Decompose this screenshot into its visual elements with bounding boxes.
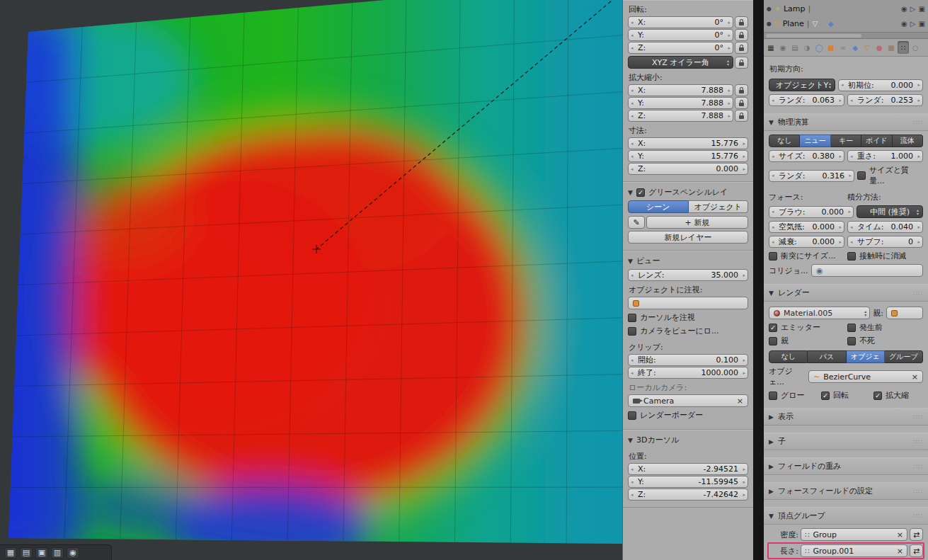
display-section-header[interactable]: ▶ 表示 ∷∷ xyxy=(764,408,928,425)
grease-pencil-header[interactable]: ▼ ✓ グリースペンシルレイ xyxy=(628,183,748,200)
render-tab-object[interactable]: オブジェ xyxy=(847,350,885,363)
eye-icon[interactable]: ◉ xyxy=(901,20,907,28)
physics-tab-boids[interactable]: ボイド xyxy=(861,135,892,147)
render-border-checkbox[interactable] xyxy=(628,411,636,420)
physics-tab-icon[interactable]: ○ xyxy=(910,41,921,54)
integrator-menu[interactable]: 中間 (推奨) ▴▾ xyxy=(857,205,923,218)
invert-icon[interactable]: ⇄ xyxy=(910,528,923,541)
material-tab-icon[interactable]: ● xyxy=(873,41,885,54)
cursor-z-field[interactable]: ◂ Z: -7.42642 ▸ xyxy=(628,488,748,501)
physics-tab-none[interactable]: なし xyxy=(769,135,800,147)
area-divider[interactable] xyxy=(753,0,764,560)
lock-icon[interactable] xyxy=(735,16,748,28)
parent-field[interactable] xyxy=(886,307,923,319)
dupli-object-field[interactable]: ~ BezierCurve × xyxy=(808,370,923,383)
clear-icon[interactable]: × xyxy=(897,530,903,539)
subframes-field[interactable]: ◂ サブフ: 0 ▸ xyxy=(847,236,923,248)
multiply-mass-checkbox[interactable] xyxy=(857,171,866,180)
scale-x-field[interactable]: ◂ X: 7.888 ▸ xyxy=(628,84,733,96)
random-size-field[interactable]: ◂ ランダ: 0.316 ▸ xyxy=(769,170,854,182)
rotation-x-field[interactable]: ◂ X: 0° ▸ xyxy=(628,16,733,28)
editor-type-icon[interactable]: ▦ xyxy=(4,547,17,559)
brownian-field[interactable]: ◂ ブラウ: 0.000 ▸ xyxy=(769,206,854,218)
size-deflect-checkbox[interactable] xyxy=(769,252,777,261)
dimensions-x-field[interactable]: ◂ X: 15.776 ▸ xyxy=(628,137,748,149)
lock-object-field[interactable] xyxy=(628,297,748,309)
pencil-icon[interactable]: ✎ xyxy=(628,216,645,229)
clear-icon[interactable]: × xyxy=(912,372,918,382)
scene-tab-icon[interactable]: ◑ xyxy=(801,41,813,54)
lock-icon[interactable] xyxy=(735,57,748,69)
lock-icon[interactable] xyxy=(735,42,748,54)
render-tab-path[interactable]: パス xyxy=(808,350,846,363)
3d-viewport[interactable]: ▦ ▤ ▣ ▥ ◉ xyxy=(0,0,622,560)
rotation-z-field[interactable]: ◂ Z: 0° ▸ xyxy=(628,42,733,54)
physics-tab-fluid[interactable]: 流体 xyxy=(893,135,923,147)
rotation-y-field[interactable]: ◂ Y: 0° ▸ xyxy=(628,29,733,41)
global-checkbox[interactable] xyxy=(769,392,777,400)
lock-cursor-checkbox[interactable] xyxy=(628,314,636,322)
particles-tab-icon[interactable]: ∷ xyxy=(898,41,909,54)
new-layer-button[interactable]: 新規レイヤー xyxy=(628,231,748,244)
field-weights-section-header[interactable]: ▶ フィールドの重み ∷∷ xyxy=(764,457,928,475)
lock-icon[interactable] xyxy=(735,84,748,96)
render-tab-none[interactable]: なし xyxy=(769,350,808,363)
drag-field[interactable]: ◂ 空気抵: 0.000 ▸ xyxy=(769,221,844,233)
phase-field[interactable]: ◂ 初期位: 0.000 ▸ xyxy=(838,79,923,91)
physics-tab-newtonian[interactable]: ニュー xyxy=(800,135,830,147)
eye-icon[interactable]: ◉ xyxy=(901,5,907,13)
modifiers-tab-icon[interactable]: ◆ xyxy=(849,41,861,54)
invert-icon[interactable]: ⇄ xyxy=(910,544,923,557)
outliner-item-lamp[interactable]: ● ☀ Lamp | ◉ ▷ ▣ xyxy=(767,1,925,16)
orientation-axis-menu[interactable]: オブジェクトY ▴▾ xyxy=(769,79,835,91)
die-on-hit-checkbox[interactable] xyxy=(847,252,856,261)
cursor-header[interactable]: ▼ 3Dカーソル xyxy=(628,431,748,448)
physics-section-header[interactable]: ▼ 物理演算 ∷∷ xyxy=(764,113,928,131)
view-header[interactable]: ▼ ビュー xyxy=(628,252,748,269)
scale-y-field[interactable]: ◂ Y: 7.888 ▸ xyxy=(628,97,733,109)
render-layers-tab-icon[interactable]: ▤ xyxy=(789,41,801,54)
unborn-checkbox[interactable] xyxy=(847,324,856,332)
image-icon[interactable]: ▣ xyxy=(35,547,48,559)
physics-tab-keyed[interactable]: キー xyxy=(831,135,861,147)
lens-field[interactable]: ◂ レンズ: 35.000 ▸ xyxy=(628,269,748,281)
new-gpencil-button[interactable]: + 新規 xyxy=(646,216,748,229)
modifier-icon[interactable]: ◆ xyxy=(828,20,834,28)
dead-checkbox[interactable] xyxy=(847,337,856,345)
timestep-field[interactable]: ◂ タイム: 0.040 ▸ xyxy=(847,221,923,233)
dimensions-y-field[interactable]: ◂ Y: 15.776 ▸ xyxy=(628,150,748,162)
mesh-data-icon[interactable]: ▽ xyxy=(813,20,818,28)
outliner-item-plane[interactable]: ● ▽ Plane | ▽ ∷ ◆ ◉ ▷ ▣ xyxy=(767,16,925,31)
select-icon[interactable]: ▷ xyxy=(910,5,916,13)
tab-object[interactable]: オブジェクト xyxy=(689,200,749,213)
lock-icon[interactable] xyxy=(735,97,748,109)
screen-icon[interactable]: ▥ xyxy=(51,547,64,559)
clip-start-field[interactable]: ◂ 開始: 0.100 ▸ xyxy=(628,354,748,366)
particles-icon[interactable]: ∷ xyxy=(820,20,825,28)
texture-tab-icon[interactable]: ▩ xyxy=(886,41,897,54)
scale-z-field[interactable]: ◂ Z: 7.888 ▸ xyxy=(628,110,733,122)
render-tab-icon[interactable]: ◉ xyxy=(777,41,789,54)
lock-icon[interactable] xyxy=(735,110,748,122)
camera-icon[interactable]: ▣ xyxy=(919,20,925,28)
density-group-field[interactable]: ∷ Group × xyxy=(801,528,907,541)
render-tab-group[interactable]: グループ xyxy=(885,350,923,363)
render-section-header[interactable]: ▼ レンダー ∷∷ xyxy=(764,284,928,302)
cursor-x-field[interactable]: ◂ X: -2.94521 ▸ xyxy=(628,463,748,475)
length-group-field[interactable]: ∷ Group.001 × xyxy=(801,544,907,557)
dimensions-z-field[interactable]: ◂ Z: 0.000 ▸ xyxy=(628,163,748,175)
pin-icon[interactable]: ▤ xyxy=(20,547,33,559)
editor-type-icon[interactable]: ▦ xyxy=(765,41,777,54)
constraints-tab-icon[interactable]: ∞ xyxy=(837,41,849,54)
clip-end-field[interactable]: ◂ 終了: 1000.000 ▸ xyxy=(628,367,748,379)
scale-checkbox[interactable]: ✓ xyxy=(873,392,882,400)
object-tab-icon[interactable]: ■ xyxy=(825,41,837,54)
world-tab-icon[interactable]: ◯ xyxy=(813,41,825,54)
data-tab-icon[interactable]: ▽ xyxy=(861,41,873,54)
parents-checkbox[interactable] xyxy=(769,337,777,345)
children-section-header[interactable]: ▶ 子 ∷∷ xyxy=(764,433,928,450)
collision-group-field[interactable]: ◉ xyxy=(811,264,923,277)
cursor-y-field[interactable]: ◂ Y: -11.59945 ▸ xyxy=(628,476,748,488)
rotation-mode-menu[interactable]: XYZ オイラー角 ▴▾ xyxy=(628,56,733,69)
outliner-scrollbar[interactable] xyxy=(764,33,928,39)
